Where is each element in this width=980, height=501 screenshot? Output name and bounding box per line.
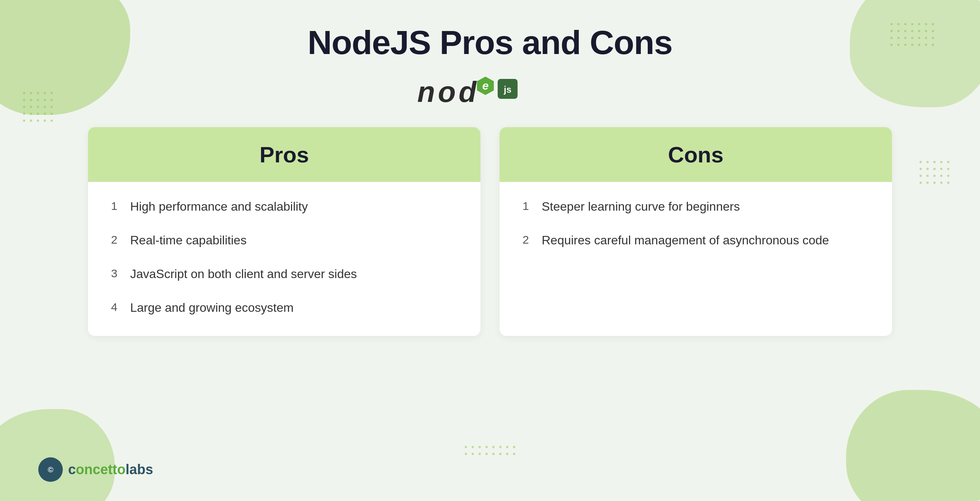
pros-number-2: 2 xyxy=(111,232,122,248)
cons-header-title: Cons xyxy=(668,142,724,167)
footer-brand-text: concettolabs xyxy=(68,462,153,478)
cons-text-1: Steeper learning curve for beginners xyxy=(542,197,740,216)
pros-card-body: 1 High performance and scalability 2 Rea… xyxy=(88,182,480,336)
cons-text-2: Requires careful management of asynchron… xyxy=(542,231,829,249)
pros-item-4: 4 Large and growing ecosystem xyxy=(111,298,457,317)
svg-text:d: d xyxy=(459,75,477,108)
cons-card-body: 1 Steeper learning curve for beginners 2… xyxy=(500,182,892,269)
footer-logo: © concettolabs xyxy=(38,457,153,482)
main-content: NodeJS Pros and Cons n o d e js Pros xyxy=(0,0,980,501)
pros-item-2: 2 Real-time capabilities xyxy=(111,231,457,249)
cons-card-header: Cons xyxy=(500,127,892,182)
pros-item-1: 1 High performance and scalability xyxy=(111,197,457,216)
cons-item-1: 1 Steeper learning curve for beginners xyxy=(523,197,869,216)
cons-number-2: 2 xyxy=(523,232,534,248)
pros-number-3: 3 xyxy=(111,265,122,282)
svg-text:©: © xyxy=(48,465,54,474)
pros-text-3: JavaScript on both client and server sid… xyxy=(130,265,357,283)
pros-number-1: 1 xyxy=(111,198,122,214)
footer-icon-svg: © xyxy=(42,461,59,478)
pros-text-2: Real-time capabilities xyxy=(130,231,247,249)
page-title: NodeJS Pros and Cons xyxy=(307,23,672,62)
pros-text-4: Large and growing ecosystem xyxy=(130,298,294,317)
pros-text-1: High performance and scalability xyxy=(130,197,308,216)
cons-number-1: 1 xyxy=(523,198,534,214)
cons-card: Cons 1 Steeper learning curve for beginn… xyxy=(500,127,892,336)
svg-text:e: e xyxy=(482,79,489,92)
footer-logo-icon: © xyxy=(38,457,63,482)
nodejs-logo-svg: n o d e js xyxy=(417,74,563,108)
cards-container: Pros 1 High performance and scalability … xyxy=(88,127,892,336)
pros-number-4: 4 xyxy=(111,299,122,315)
pros-card: Pros 1 High performance and scalability … xyxy=(88,127,480,336)
pros-header-title: Pros xyxy=(260,142,309,167)
pros-card-header: Pros xyxy=(88,127,480,182)
svg-text:o: o xyxy=(438,75,455,108)
svg-text:js: js xyxy=(503,84,511,95)
cons-item-2: 2 Requires careful management of asynchr… xyxy=(523,231,869,249)
svg-text:n: n xyxy=(417,75,434,108)
nodejs-logo: n o d e js xyxy=(417,74,563,108)
pros-item-3: 3 JavaScript on both client and server s… xyxy=(111,265,457,283)
